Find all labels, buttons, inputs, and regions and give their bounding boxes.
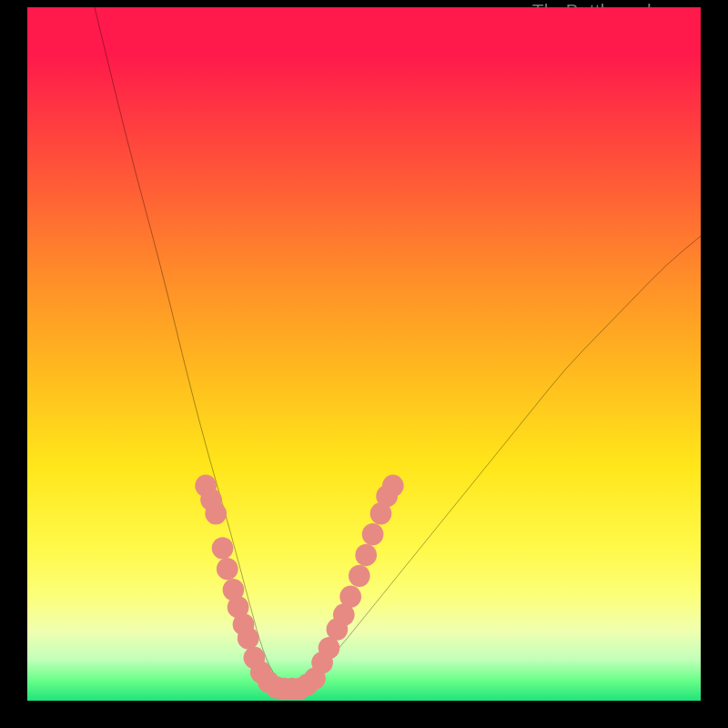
pink-dot xyxy=(339,586,361,608)
pink-dot xyxy=(362,523,384,545)
curve-line xyxy=(95,7,701,689)
chart-frame xyxy=(27,7,701,701)
bottleneck-curve xyxy=(95,7,701,689)
pink-dot xyxy=(349,565,370,587)
pink-dot-cluster xyxy=(195,475,403,701)
pink-dot xyxy=(212,537,234,559)
pink-dot xyxy=(217,558,238,580)
pink-dot xyxy=(382,475,404,497)
chart-svg xyxy=(27,7,701,701)
pink-dot xyxy=(205,502,227,524)
pink-dot xyxy=(238,627,259,649)
pink-dot xyxy=(355,544,377,566)
